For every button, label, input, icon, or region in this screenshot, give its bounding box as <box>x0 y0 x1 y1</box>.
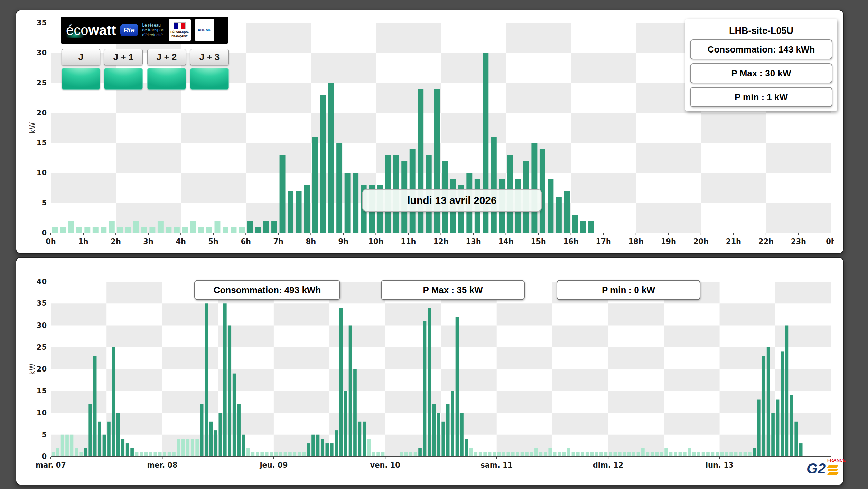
ecowatt-wordmark: écowatt <box>66 17 116 44</box>
daily-chart-panel: 051015202530350h1h2h3h4h5h6h7h8h9h10h11h… <box>16 10 844 254</box>
ademe-logo: ADEME <box>195 19 214 41</box>
daily-consumption-stat: Consommation: 143 kWh <box>690 39 832 59</box>
svg-text:25: 25 <box>37 343 47 351</box>
svg-text:8h: 8h <box>306 237 316 246</box>
day-button-j[interactable]: J <box>62 49 100 65</box>
svg-text:15: 15 <box>37 387 47 395</box>
date-tooltip: lundi 13 avril 2026 <box>362 189 542 212</box>
g2e-logo: G2 FRANCE <box>806 460 844 480</box>
svg-text:22h: 22h <box>758 237 774 246</box>
weekly-consumption-chart[interactable]: 0510152025303540mar. 07mer. 08jeu. 09ven… <box>29 278 834 472</box>
ecowatt-signal-tile-j3[interactable] <box>190 68 229 90</box>
svg-text:10h: 10h <box>368 237 383 246</box>
ecowatt-signal-tile-j2[interactable] <box>147 68 186 90</box>
ecowatt-logo: écowatt Rte Le réseau de transport d'éle… <box>61 17 228 44</box>
svg-text:ven. 10: ven. 10 <box>370 461 400 469</box>
svg-text:2h: 2h <box>111 237 121 246</box>
ecowatt-signal-tile-j[interactable] <box>62 68 100 90</box>
svg-text:30: 30 <box>37 321 47 330</box>
svg-text:5: 5 <box>41 199 47 207</box>
french-flag-icon <box>174 22 186 29</box>
svg-text:mer. 08: mer. 08 <box>147 461 177 469</box>
svg-text:12h: 12h <box>433 237 448 246</box>
day-button-j3[interactable]: J + 3 <box>190 49 229 65</box>
svg-text:10: 10 <box>37 169 47 177</box>
g2e-wordmark: G2 <box>806 460 826 477</box>
svg-text:sam. 11: sam. 11 <box>480 461 513 469</box>
republique-francaise-logo: RÉPUBLIQUE FRANÇAISE <box>169 19 191 41</box>
svg-text:0: 0 <box>41 452 47 461</box>
svg-text:20: 20 <box>37 109 47 117</box>
svg-text:35: 35 <box>37 299 47 308</box>
svg-text:15h: 15h <box>531 237 546 246</box>
site-title: LHB-site-L05U <box>685 26 837 36</box>
svg-text:11h: 11h <box>401 237 416 246</box>
svg-text:21h: 21h <box>726 237 741 246</box>
svg-text:20: 20 <box>37 365 47 373</box>
svg-text:0h: 0h <box>46 237 56 246</box>
ecowatt-signal-tile-j1[interactable] <box>104 68 143 90</box>
svg-text:9h: 9h <box>338 237 349 246</box>
svg-text:0h: 0h <box>826 237 834 246</box>
daily-pmax-stat: P Max : 30 kW <box>690 63 832 83</box>
svg-text:13h: 13h <box>466 237 481 246</box>
svg-text:20h: 20h <box>693 237 709 246</box>
svg-text:35: 35 <box>37 19 47 27</box>
svg-text:0: 0 <box>41 229 47 237</box>
daily-pmin-stat: P min : 1 kW <box>690 87 832 107</box>
day-button-j2[interactable]: J + 2 <box>147 49 186 65</box>
svg-text:3h: 3h <box>143 237 153 246</box>
svg-text:40: 40 <box>37 278 47 286</box>
svg-text:10: 10 <box>37 409 47 417</box>
svg-text:mar. 07: mar. 07 <box>36 461 66 469</box>
svg-text:18h: 18h <box>628 237 644 246</box>
svg-text:dim. 12: dim. 12 <box>593 461 624 469</box>
rte-logo: Rte <box>120 24 138 36</box>
lightning-icon <box>828 464 838 476</box>
svg-text:30: 30 <box>37 49 47 57</box>
weekly-chart-panel: 0510152025303540mar. 07mer. 08jeu. 09ven… <box>16 257 844 485</box>
svg-text:19h: 19h <box>661 237 676 246</box>
svg-text:16h: 16h <box>563 237 579 246</box>
svg-text:1h: 1h <box>78 237 88 246</box>
svg-text:7h: 7h <box>273 237 284 246</box>
rte-tagline: Le réseau de transport d'électricité <box>142 23 165 37</box>
svg-text:jeu. 09: jeu. 09 <box>259 461 288 469</box>
g2e-france-label: FRANCE <box>827 458 846 463</box>
svg-text:5h: 5h <box>208 237 218 246</box>
svg-text:15: 15 <box>37 139 47 147</box>
svg-text:4h: 4h <box>176 237 186 246</box>
site-stats-card: LHB-site-L05U Consommation: 143 kWh P Ma… <box>685 19 837 111</box>
svg-text:kW: kW <box>29 363 37 375</box>
svg-text:kW: kW <box>29 122 37 133</box>
weekly-consumption-stat: Consommation: 493 kWh <box>194 280 340 300</box>
svg-text:17h: 17h <box>596 237 611 246</box>
weekly-pmax-stat: P Max : 35 kW <box>381 280 525 300</box>
svg-text:23h: 23h <box>791 237 806 246</box>
svg-text:lun. 13: lun. 13 <box>706 461 734 469</box>
weekly-pmin-stat: P min : 0 kW <box>557 280 700 300</box>
svg-text:5: 5 <box>41 431 47 439</box>
day-button-j1[interactable]: J + 1 <box>104 49 143 65</box>
svg-text:25: 25 <box>37 79 47 87</box>
svg-text:14h: 14h <box>498 237 513 246</box>
svg-text:6h: 6h <box>241 237 251 246</box>
